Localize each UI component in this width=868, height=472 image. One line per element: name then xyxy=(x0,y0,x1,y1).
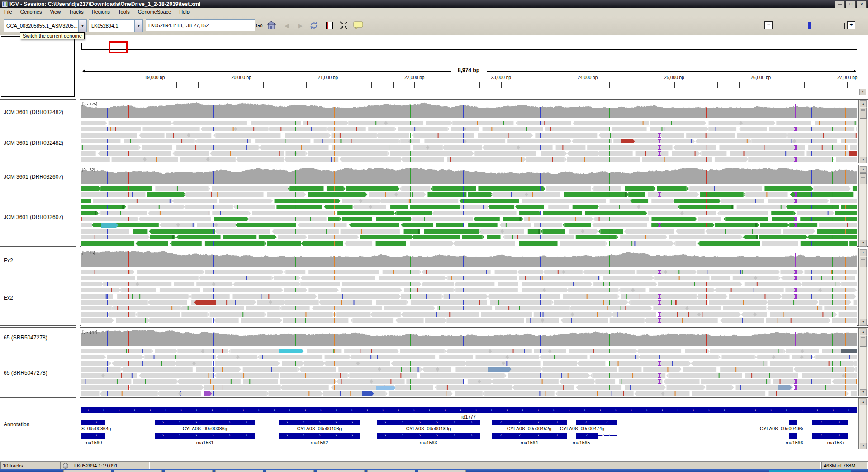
feature-bar[interactable]: ‹‹‹‹ xyxy=(492,433,567,439)
scroll-down-arrow-icon[interactable]: ▼ xyxy=(860,389,867,396)
zoom-tick[interactable] xyxy=(840,23,840,29)
comment-button[interactable] xyxy=(353,20,364,31)
feature-bar[interactable]: ›››››› xyxy=(155,420,255,425)
scroll-up-arrow-icon[interactable]: ▲ xyxy=(860,329,867,335)
chromosome-ideogram[interactable] xyxy=(81,43,857,50)
alignment-track-canvas[interactable] xyxy=(81,100,857,163)
annotation-track-area[interactable]: ››››››››››››››››››››››››››››››››››››››››… xyxy=(81,398,857,449)
feature-bar[interactable]: ›››››› xyxy=(377,420,480,425)
home-button[interactable] xyxy=(266,20,277,31)
zoom-tick[interactable] xyxy=(820,23,820,29)
scrollbar-thumb[interactable] xyxy=(860,336,867,347)
zoom-tick[interactable] xyxy=(775,23,775,29)
feature-bar[interactable]: ‹‹ xyxy=(812,420,848,425)
taskbar-button[interactable] xyxy=(215,470,263,472)
scroll-down-arrow-icon[interactable]: ▼ xyxy=(860,443,867,449)
menu-help[interactable]: Help xyxy=(175,8,194,16)
back-button[interactable]: ◀ xyxy=(281,20,292,31)
zoom-out-button[interactable]: − xyxy=(764,21,773,29)
feature-bar[interactable]: ‹‹ xyxy=(81,433,105,439)
menu-file[interactable]: File xyxy=(0,8,16,16)
zoom-tick[interactable] xyxy=(795,23,795,29)
taskbar-button[interactable] xyxy=(63,470,111,472)
chevron-down-icon[interactable]: ▼ xyxy=(78,20,86,32)
snapshot-button[interactable] xyxy=(324,20,335,31)
close-button[interactable]: × xyxy=(857,1,867,8)
track-name-label[interactable]: JCM 3601 (DRR032607) xyxy=(4,174,63,180)
go-button[interactable]: Go xyxy=(253,20,266,31)
alignment-track-canvas[interactable] xyxy=(81,249,857,326)
refresh-button[interactable] xyxy=(308,20,319,31)
track-name-label[interactable]: 65 (SRR5047278) xyxy=(4,370,47,376)
menu-tools[interactable]: Tools xyxy=(114,8,134,16)
zoom-tick[interactable] xyxy=(825,23,825,29)
track-name-label[interactable]: 65 (SRR5047278) xyxy=(4,334,47,341)
feature-bar[interactable]: ››››› xyxy=(279,420,360,425)
windows-taskbar-strip[interactable] xyxy=(0,469,868,472)
zoom-tick[interactable] xyxy=(780,23,780,29)
scroll-down-arrow-icon[interactable]: ▼ xyxy=(860,157,867,163)
chevron-down-icon[interactable]: ▼ xyxy=(134,20,142,32)
title-bar[interactable]: IGV - Session: C:\Users\djs217\Downloads… xyxy=(0,0,868,8)
zoom-tick[interactable] xyxy=(800,23,800,29)
scroll-up-arrow-icon[interactable]: ▲ xyxy=(860,166,867,173)
scrollbar-thumb[interactable] xyxy=(860,257,867,267)
taskbar-button[interactable] xyxy=(165,470,213,472)
zoom-tick[interactable] xyxy=(785,23,785,29)
feature-bar[interactable]: ››››› xyxy=(279,433,360,439)
feature-bar[interactable]: ‹‹ xyxy=(812,433,848,439)
scroll-up-arrow-icon[interactable]: ▲ xyxy=(860,100,867,107)
menu-genomes[interactable]: Genomes xyxy=(16,8,46,16)
taskbar-button[interactable] xyxy=(367,470,415,472)
track-name-label[interactable]: JCM 3601 (DRR032607) xyxy=(4,214,63,220)
zoom-tick[interactable] xyxy=(790,23,790,29)
feature-bar[interactable] xyxy=(789,433,797,439)
feature-bar[interactable]: ‹‹ xyxy=(576,420,617,425)
feature-bar[interactable]: ‹‹ xyxy=(81,420,105,425)
feature-bar[interactable]: ›››››› xyxy=(155,433,255,439)
minimize-button[interactable]: — xyxy=(835,1,845,8)
taskbar-button[interactable] xyxy=(418,470,466,472)
feature-bar[interactable] xyxy=(789,420,797,425)
menu-tracks[interactable]: Tracks xyxy=(65,8,88,16)
menu-genomespace[interactable]: GenomeSpace xyxy=(134,8,175,16)
zoom-slider[interactable]: − + xyxy=(764,20,855,31)
panel-separator[interactable] xyxy=(76,41,80,461)
zoom-tick[interactable] xyxy=(830,23,830,29)
track-name-label[interactable]: JCM 3601 (DRR032482) xyxy=(4,140,63,146)
forward-button[interactable]: ▶ xyxy=(295,20,306,31)
fit-to-window-button[interactable] xyxy=(338,20,349,31)
feature-bar[interactable]: ‹‹‹‹ xyxy=(492,420,567,425)
feature-bar[interactable]: ‹ xyxy=(576,433,598,439)
zoom-slider-thumb[interactable] xyxy=(808,22,811,29)
zoom-tick[interactable] xyxy=(805,23,805,29)
track-name-label[interactable]: Ex2 xyxy=(4,257,13,264)
track-name-label[interactable]: JCM 3601 (DRR032482) xyxy=(4,109,63,115)
feature-bar[interactable]: ››››››››››››››››››››››››››››››››››››››››… xyxy=(81,407,857,413)
feature-bar[interactable]: ›››››› xyxy=(377,433,480,439)
taskbar-button[interactable] xyxy=(114,470,162,472)
scroll-up-arrow-icon[interactable]: ▲ xyxy=(860,249,867,256)
taskbar-button[interactable] xyxy=(266,470,314,472)
maximize-button[interactable]: □ xyxy=(846,1,856,8)
alignment-track-canvas[interactable] xyxy=(81,166,857,247)
chromosome-select[interactable]: LK052894.1 ▼ xyxy=(89,19,143,32)
zoom-in-button[interactable]: + xyxy=(847,21,855,29)
scroll-down-arrow-icon[interactable]: ▼ xyxy=(860,319,867,326)
scroll-down-arrow-icon[interactable]: ▼ xyxy=(859,89,866,95)
scroll-down-arrow-icon[interactable]: ▼ xyxy=(860,240,867,247)
region-of-interest-box[interactable] xyxy=(109,41,128,53)
track-name-label[interactable]: Ex2 xyxy=(4,295,13,301)
genome-select[interactable]: GCA_003205855.1_ASM3205... ▼ xyxy=(4,19,87,32)
scroll-up-arrow-icon[interactable]: ▲ xyxy=(860,399,867,405)
taskbar-button[interactable] xyxy=(317,470,365,472)
zoom-tick[interactable] xyxy=(844,23,845,29)
scrollbar-thumb[interactable] xyxy=(860,108,867,119)
locus-input[interactable] xyxy=(146,19,255,31)
taskbar-tray[interactable] xyxy=(769,470,851,472)
vertical-scrollbar[interactable] xyxy=(859,398,867,449)
track-name-label[interactable]: Annotation xyxy=(4,421,29,428)
zoom-tick[interactable] xyxy=(815,23,815,29)
menu-regions[interactable]: Regions xyxy=(88,8,114,16)
zoom-tick[interactable] xyxy=(835,23,835,29)
